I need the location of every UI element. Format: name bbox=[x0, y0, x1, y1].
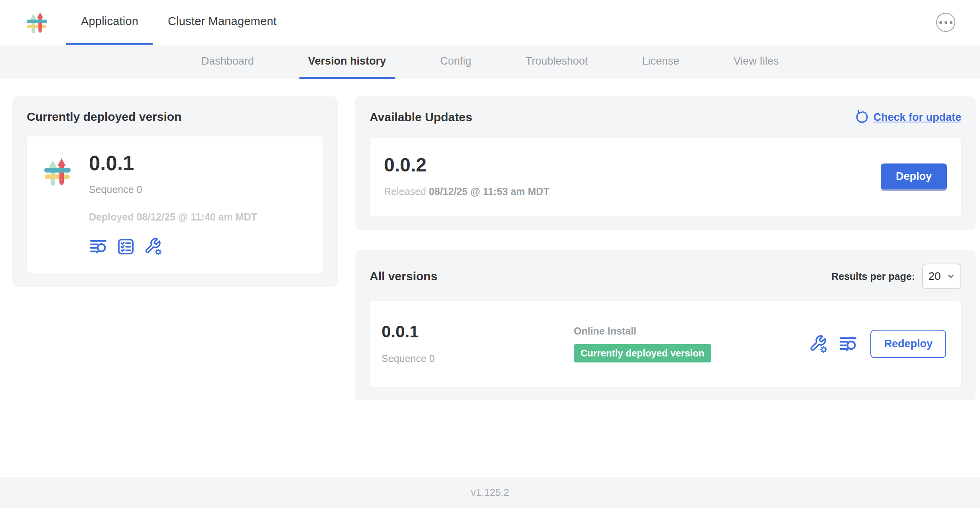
results-per-page-value: 20 bbox=[928, 270, 941, 283]
check-for-update-link[interactable]: Check for update bbox=[854, 110, 961, 124]
deployed-actions bbox=[89, 237, 257, 256]
deploy-button[interactable]: Deploy bbox=[881, 163, 947, 189]
released-label: Released bbox=[384, 186, 426, 197]
available-updates-title: Available Updates bbox=[370, 110, 472, 124]
subnav-item-version-history[interactable]: Version history bbox=[299, 45, 395, 79]
app-footer: v1.125.2 bbox=[0, 477, 980, 508]
console-version: v1.125.2 bbox=[471, 487, 509, 498]
subnav-item-config[interactable]: Config bbox=[431, 45, 480, 79]
subnav-item-dashboard[interactable]: Dashboard bbox=[193, 45, 263, 79]
deployed-version-card: 0.0.1 Sequence 0 Deployed 08/12/25 @ 11:… bbox=[27, 136, 323, 274]
available-updates-card: Available Updates Check for update 0.0.2… bbox=[355, 96, 976, 230]
subnav-item-view-files[interactable]: View files bbox=[725, 45, 788, 79]
released-timestamp: 08/12/25 @ 11:53 am MDT bbox=[429, 186, 549, 197]
header-right bbox=[936, 0, 955, 45]
row-version-number: 0.0.1 bbox=[382, 323, 574, 340]
main-tab-bar: Application Cluster Management bbox=[66, 0, 291, 45]
available-update-row: 0.0.2 Released 08/12/25 @ 11:53 am MDT D… bbox=[370, 138, 961, 217]
app-header: Application Cluster Management bbox=[0, 0, 980, 45]
check-for-update-label: Check for update bbox=[873, 111, 961, 124]
view-logs-icon[interactable] bbox=[89, 237, 108, 256]
edit-config-icon[interactable] bbox=[809, 335, 828, 354]
currently-deployed-badge: Currently deployed version bbox=[574, 344, 711, 362]
deployed-timestamp: Deployed 08/12/25 @ 11:40 am MDT bbox=[89, 211, 257, 223]
redeploy-button[interactable]: Redeploy bbox=[870, 330, 946, 358]
version-row: 0.0.1 Sequence 0 Online Install Currentl… bbox=[370, 301, 961, 387]
tab-application[interactable]: Application bbox=[66, 0, 153, 45]
admin-console-page: Application Cluster Management Dashboard… bbox=[0, 0, 980, 508]
results-per-page: Results per page: 20 bbox=[831, 264, 961, 289]
all-versions-title: All versions bbox=[370, 270, 437, 283]
main-content: Currently deployed version 0.0.1 Sequenc… bbox=[0, 79, 980, 477]
deployed-sequence: Sequence 0 bbox=[89, 184, 257, 195]
subnav-item-troubleshoot[interactable]: Troubleshoot bbox=[517, 45, 597, 79]
app-logo-icon bbox=[26, 0, 49, 45]
results-per-page-label: Results per page: bbox=[831, 271, 915, 282]
edit-config-icon[interactable] bbox=[144, 237, 163, 256]
row-install-type: Online Install bbox=[574, 325, 809, 337]
all-versions-card: All versions Results per page: 20 0.0.1 bbox=[355, 250, 976, 400]
currently-deployed-card: Currently deployed version 0.0.1 Sequenc… bbox=[12, 96, 338, 287]
update-version-number: 0.0.2 bbox=[384, 156, 549, 175]
ellipsis-icon bbox=[939, 21, 942, 24]
overflow-menu-button[interactable] bbox=[936, 13, 955, 32]
app-logo-icon bbox=[43, 153, 74, 189]
currently-deployed-title: Currently deployed version bbox=[27, 110, 323, 124]
update-released-line: Released 08/12/25 @ 11:53 am MDT bbox=[384, 186, 549, 197]
deployed-version-number: 0.0.1 bbox=[89, 153, 257, 173]
app-subnav: Dashboard Version history Config Trouble… bbox=[0, 45, 980, 79]
subnav-item-license[interactable]: License bbox=[634, 45, 688, 79]
preflight-checks-icon[interactable] bbox=[116, 237, 135, 256]
view-logs-icon[interactable] bbox=[838, 335, 858, 354]
row-actions: Redeploy bbox=[809, 330, 949, 358]
refresh-icon bbox=[854, 110, 868, 124]
tab-cluster-management[interactable]: Cluster Management bbox=[153, 0, 291, 45]
results-per-page-select[interactable]: 20 bbox=[922, 264, 961, 289]
chevron-down-icon bbox=[947, 272, 955, 281]
row-sequence: Sequence 0 bbox=[382, 353, 574, 364]
